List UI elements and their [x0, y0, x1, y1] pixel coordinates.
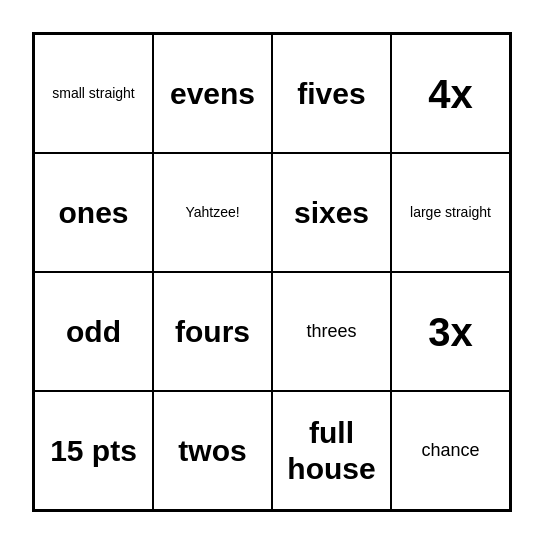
- bingo-cell-r3c1: twos: [153, 391, 272, 510]
- bingo-cell-r0c1: evens: [153, 34, 272, 153]
- bingo-cell-r1c1: Yahtzee!: [153, 153, 272, 272]
- bingo-cell-r2c0: odd: [34, 272, 153, 391]
- bingo-cell-r3c0: 15 pts: [34, 391, 153, 510]
- bingo-cell-r3c2: full house: [272, 391, 391, 510]
- bingo-cell-r0c3: 4x: [391, 34, 510, 153]
- bingo-cell-r2c3: 3x: [391, 272, 510, 391]
- bingo-cell-r1c0: ones: [34, 153, 153, 272]
- bingo-cell-r2c2: threes: [272, 272, 391, 391]
- bingo-cell-r1c2: sixes: [272, 153, 391, 272]
- bingo-cell-r3c3: chance: [391, 391, 510, 510]
- bingo-cell-r0c2: fives: [272, 34, 391, 153]
- bingo-cell-r2c1: fours: [153, 272, 272, 391]
- bingo-cell-r0c0: small straight: [34, 34, 153, 153]
- bingo-cell-r1c3: large straight: [391, 153, 510, 272]
- bingo-board: small straightevensfives4xonesYahtzee!si…: [32, 32, 512, 512]
